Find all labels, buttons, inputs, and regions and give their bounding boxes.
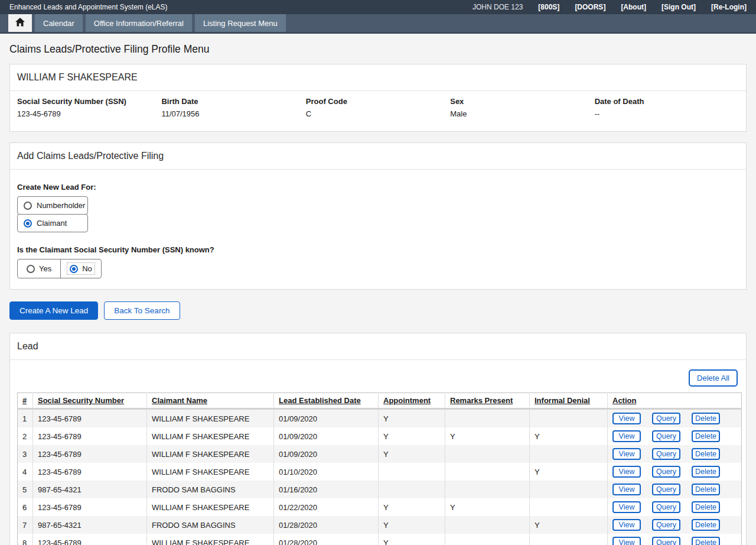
row-remarks-present: [445, 534, 530, 545]
query-button[interactable]: Query: [652, 430, 680, 442]
view-button[interactable]: View: [612, 537, 641, 545]
row-num: 3: [18, 445, 33, 463]
row-informal-denial: Y: [530, 427, 608, 445]
field-value: 11/07/1956: [161, 109, 305, 118]
delete-button[interactable]: Delete: [692, 519, 720, 531]
delete-all-button[interactable]: Delete All: [689, 369, 738, 387]
app-topbar: Enhanced Leads and Appointment System (e…: [0, 0, 756, 14]
lead-header: Lead: [10, 333, 746, 360]
row-ssn: 123-45-6789: [33, 498, 147, 516]
radio-icon: [70, 265, 78, 273]
radio-numberholder[interactable]: Numberholder: [17, 196, 88, 215]
row-actions: ViewQueryDelete: [608, 409, 742, 428]
view-button[interactable]: View: [612, 484, 641, 495]
row-lead-date: 01/28/2020: [274, 534, 379, 545]
field-label: Date of Death: [595, 97, 739, 106]
row-num: 4: [18, 463, 33, 481]
delete-button[interactable]: Delete: [692, 448, 720, 460]
query-button[interactable]: Query: [652, 519, 680, 531]
row-claimant-name: WILLIAM F SHAKESPEARE: [147, 427, 274, 445]
row-num: 7: [18, 516, 33, 534]
table-row: 8123-45-6789WILLIAM F SHAKESPEARE01/28/2…: [18, 534, 742, 545]
query-button[interactable]: Query: [652, 448, 680, 460]
row-claimant-name: WILLIAM F SHAKESPEARE: [147, 463, 274, 481]
col-header-num[interactable]: #: [18, 393, 33, 409]
col-header-informal-denial[interactable]: Informal Denial: [530, 393, 608, 409]
row-lead-date: 01/09/2020: [274, 445, 379, 463]
row-actions: ViewQueryDelete: [608, 481, 742, 498]
field-value: Male: [450, 109, 594, 118]
page-title: Claims Leads/Protective Filing Profile M…: [9, 43, 747, 56]
delete-button[interactable]: Delete: [692, 484, 720, 495]
radio-yes[interactable]: Yes: [18, 259, 60, 278]
view-button[interactable]: View: [612, 448, 641, 460]
query-button[interactable]: Query: [652, 413, 680, 424]
tab-calendar[interactable]: Calendar: [35, 14, 83, 32]
field-ssn: Social Security Number (SSN) 123-45-6789: [17, 97, 161, 118]
query-button[interactable]: Query: [652, 466, 680, 478]
radio-claimant[interactable]: Claimant: [17, 214, 88, 232]
row-ssn: 123-45-6789: [33, 427, 147, 445]
col-header-remarks-present[interactable]: Remarks Present: [445, 393, 530, 409]
delete-button[interactable]: Delete: [692, 466, 720, 478]
col-header-lead-established-date[interactable]: Lead Established Date: [274, 393, 379, 409]
row-actions: ViewQueryDelete: [608, 427, 742, 445]
person-fields: Social Security Number (SSN) 123-45-6789…: [10, 91, 746, 131]
view-button[interactable]: View: [612, 466, 641, 478]
delete-button[interactable]: Delete: [692, 430, 720, 442]
delete-button[interactable]: Delete: [692, 537, 720, 545]
delete-button[interactable]: Delete: [692, 501, 720, 513]
tab-office-information-referral[interactable]: Office Information/Referral: [86, 14, 192, 32]
link-800s[interactable]: [800S]: [538, 3, 559, 11]
view-button[interactable]: View: [612, 519, 641, 531]
query-button[interactable]: Query: [652, 501, 680, 513]
row-num: 6: [18, 498, 33, 516]
lead-panel: Lead Delete All # Social Security Number…: [9, 333, 747, 545]
link-about[interactable]: [About]: [621, 3, 646, 11]
ssn-known-label: Is the Claimant Social Security Number (…: [17, 245, 739, 254]
back-to-search-button[interactable]: Back To Search: [104, 301, 180, 320]
row-remarks-present: [445, 463, 530, 481]
row-appointment: [379, 481, 445, 498]
col-header-ssn[interactable]: Social Security Number: [33, 393, 147, 409]
create-new-lead-button[interactable]: Create A New Lead: [9, 301, 98, 320]
delete-button[interactable]: Delete: [692, 413, 720, 424]
home-button[interactable]: [8, 14, 32, 32]
col-header-action: Action: [608, 393, 742, 409]
field-label: Social Security Number (SSN): [17, 97, 161, 106]
radio-icon: [27, 265, 35, 273]
link-sign-out[interactable]: [Sign Out]: [662, 3, 696, 11]
field-sex: Sex Male: [450, 97, 594, 118]
add-claims-body: Create New Lead For: Numberholder Claima…: [10, 170, 746, 289]
table-row: 7987-65-4321FRODO SAM BAGGINS01/28/2020Y…: [18, 516, 742, 534]
radio-label: Claimant: [37, 219, 67, 228]
row-informal-denial: [530, 498, 608, 516]
query-button[interactable]: Query: [652, 484, 680, 495]
person-name-header: WILLIAM F SHAKESPEARE: [10, 64, 746, 91]
row-informal-denial: Y: [530, 516, 608, 534]
radio-no[interactable]: No: [60, 259, 101, 278]
link-doors[interactable]: [DOORS]: [575, 3, 605, 11]
lead-body: Delete All # Social Security Number Clai…: [10, 360, 746, 545]
link-re-login[interactable]: [Re-Login]: [711, 3, 747, 11]
row-appointment: Y: [379, 498, 445, 516]
field-proof-code: Proof Code C: [306, 97, 450, 118]
row-appointment: [379, 463, 445, 481]
query-button[interactable]: Query: [652, 537, 680, 545]
row-remarks-present: [445, 481, 530, 498]
field-value: --: [595, 109, 739, 118]
view-button[interactable]: View: [612, 413, 641, 424]
create-lead-for-label: Create New Lead For:: [17, 183, 739, 192]
view-button[interactable]: View: [612, 501, 641, 513]
radio-icon: [24, 202, 32, 210]
field-birth-date: Birth Date 11/07/1956: [161, 97, 305, 118]
col-header-appointment[interactable]: Appointment: [379, 393, 445, 409]
tab-listing-request-menu[interactable]: Listing Request Menu: [195, 14, 286, 32]
add-claims-header: Add Claims Leads/Protective Filing: [10, 143, 746, 170]
col-header-claimant-name[interactable]: Claimant Name: [147, 393, 274, 409]
radio-label: No: [82, 264, 92, 273]
view-button[interactable]: View: [612, 430, 641, 442]
add-claims-panel: Add Claims Leads/Protective Filing Creat…: [9, 142, 747, 290]
row-claimant-name: FRODO SAM BAGGINS: [147, 481, 274, 498]
row-claimant-name: WILLIAM F SHAKESPEARE: [147, 534, 274, 545]
